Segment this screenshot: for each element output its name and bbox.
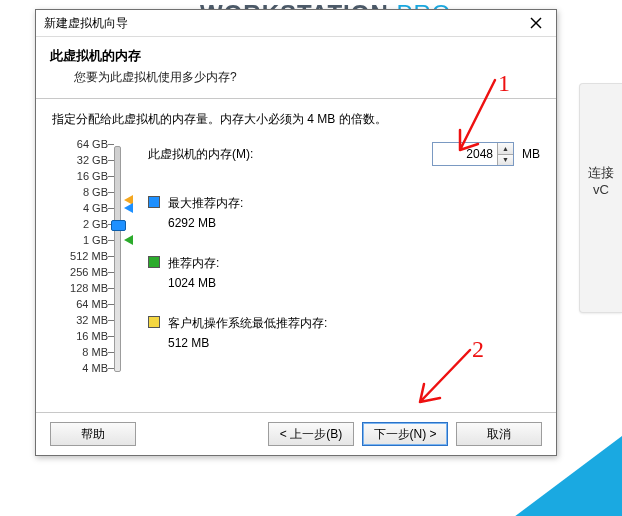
wizard-dialog: 新建虚拟机向导 此虚拟机的内存 您要为此虚拟机使用多少内存? 指定分配给此虚拟机…	[35, 9, 557, 456]
close-button[interactable]	[516, 10, 556, 36]
rec-rec-text: 推荐内存: 1024 MB	[168, 254, 219, 292]
scale-label: 16 MB	[64, 331, 108, 342]
memory-input[interactable]	[433, 143, 497, 165]
back-button[interactable]: < 上一步(B)	[268, 422, 354, 446]
scale-label: 64 MB	[64, 299, 108, 310]
scale-label: 256 MB	[64, 267, 108, 278]
scale-tick	[108, 192, 114, 193]
rec-max-label: 最大推荐内存:	[168, 194, 243, 212]
memory-scale: 64 GB32 GB16 GB8 GB4 GB2 GB1 GB512 MB256…	[52, 142, 134, 377]
close-icon	[530, 17, 542, 29]
square-icon-yellow	[148, 316, 160, 328]
square-icon-blue	[148, 196, 160, 208]
scale-tick	[108, 272, 114, 273]
rec-rec-block: 推荐内存: 1024 MB	[148, 254, 540, 292]
memory-field-label: 此虚拟机的内存(M):	[148, 146, 253, 163]
button-bar: 帮助 < 上一步(B) 下一步(N) > 取消	[36, 412, 556, 455]
cancel-button[interactable]: 取消	[456, 422, 542, 446]
scale-tick	[108, 320, 114, 321]
scale-label: 512 MB	[64, 251, 108, 262]
next-button[interactable]: 下一步(N) >	[362, 422, 448, 446]
scale-label: 8 MB	[64, 347, 108, 358]
background-side-panel: 连接 vC	[579, 83, 622, 313]
scale-label: 32 GB	[64, 155, 108, 166]
memory-field-row: 此虚拟机的内存(M): ▲ ▼ MB	[148, 142, 540, 166]
scale-tick	[108, 304, 114, 305]
rec-min-label: 客户机操作系统最低推荐内存:	[168, 314, 327, 332]
memory-spinner: ▲ ▼	[432, 142, 514, 166]
square-icon-green	[148, 256, 160, 268]
wizard-header: 此虚拟机的内存 您要为此虚拟机使用多少内存?	[36, 37, 556, 98]
titlebar: 新建虚拟机向导	[36, 10, 556, 37]
rec-min-value: 512 MB	[168, 334, 327, 352]
scale-tick	[108, 144, 114, 145]
scale-label: 4 MB	[64, 363, 108, 374]
memory-panel: 64 GB32 GB16 GB8 GB4 GB2 GB1 GB512 MB256…	[52, 142, 540, 377]
side-line1: 连接	[584, 164, 618, 182]
rec-rec-value: 1024 MB	[168, 274, 219, 292]
spin-up-button[interactable]: ▲	[498, 143, 513, 154]
memory-right-column: 此虚拟机的内存(M): ▲ ▼ MB 最大推荐内存: 6292 MB	[134, 142, 540, 377]
scale-tick	[108, 256, 114, 257]
header-subtitle: 您要为此虚拟机使用多少内存?	[74, 69, 542, 86]
memory-unit: MB	[522, 147, 540, 161]
header-title: 此虚拟机的内存	[50, 47, 542, 65]
scale-tick	[108, 176, 114, 177]
scale-tick	[108, 208, 114, 209]
scale-label: 8 GB	[64, 187, 108, 198]
scale-label: 1 GB	[64, 235, 108, 246]
spinner-buttons: ▲ ▼	[497, 143, 513, 165]
marker-blue-icon	[124, 203, 133, 213]
scale-tick	[108, 240, 114, 241]
scale-label: 16 GB	[64, 171, 108, 182]
rec-max-text: 最大推荐内存: 6292 MB	[168, 194, 243, 232]
wizard-content: 指定分配给此虚拟机的内存量。内存大小必须为 4 MB 的倍数。 64 GB32 …	[36, 99, 556, 412]
rec-min-block: 客户机操作系统最低推荐内存: 512 MB	[148, 314, 540, 352]
help-button[interactable]: 帮助	[50, 422, 136, 446]
side-line2: vC	[584, 182, 618, 197]
scale-tick	[108, 352, 114, 353]
marker-green-icon	[124, 235, 133, 245]
scale-thumb[interactable]	[111, 220, 126, 231]
titlebar-title: 新建虚拟机向导	[44, 15, 516, 32]
scale-label: 2 GB	[64, 219, 108, 230]
rec-max-block: 最大推荐内存: 6292 MB	[148, 194, 540, 232]
scale-label: 128 MB	[64, 283, 108, 294]
scale-tick	[108, 368, 114, 369]
scale-label: 4 GB	[64, 203, 108, 214]
spin-down-button[interactable]: ▼	[498, 154, 513, 166]
scale-label: 64 GB	[64, 139, 108, 150]
rec-rec-label: 推荐内存:	[168, 254, 219, 272]
scale-tick	[108, 336, 114, 337]
scale-label: 32 MB	[64, 315, 108, 326]
scale-tick	[108, 288, 114, 289]
scale-tick	[108, 160, 114, 161]
rec-min-text: 客户机操作系统最低推荐内存: 512 MB	[168, 314, 327, 352]
rec-max-value: 6292 MB	[168, 214, 243, 232]
scale-track[interactable]	[114, 146, 121, 372]
content-tip: 指定分配给此虚拟机的内存量。内存大小必须为 4 MB 的倍数。	[52, 111, 540, 128]
